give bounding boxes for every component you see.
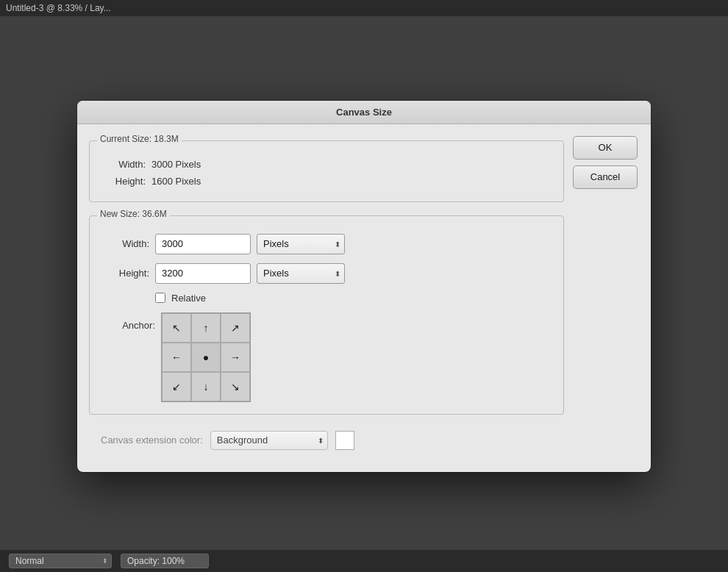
- current-width-row: Width: 3000 Pixels: [101, 159, 552, 170]
- relative-row: Relative: [155, 293, 552, 304]
- extension-color-select[interactable]: Background Foreground White Black Gray O…: [210, 431, 328, 450]
- height-unit-wrapper: Pixels Inches Centimeters Millimeters Po…: [257, 263, 345, 284]
- anchor-bottom-right[interactable]: ↘: [221, 372, 250, 401]
- anchor-top-center[interactable]: ↑: [191, 313, 221, 343]
- new-size-legend: New Size: 36.6M: [97, 209, 170, 219]
- new-width-row: Width: Pixels Inches Centimeters Millime…: [101, 234, 552, 254]
- current-width-value: 3000 Pixels: [151, 159, 201, 170]
- dialog-titlebar: Canvas Size: [77, 101, 651, 124]
- anchor-row: Anchor: ↖ ↑ ↗ ← ● → ↙: [107, 312, 552, 402]
- width-unit-wrapper: Pixels Inches Centimeters Millimeters Po…: [257, 234, 345, 254]
- current-height-label: Height:: [101, 176, 146, 187]
- new-size-section: New Size: 36.6M Width: Pixels Inches Cen…: [89, 215, 564, 415]
- new-height-label: Height:: [101, 268, 149, 279]
- dialog-overlay: Canvas Size Current Size: 18.3M Width: 3…: [0, 0, 728, 572]
- extension-color-swatch[interactable]: [335, 431, 354, 450]
- new-size-content: Width: Pixels Inches Centimeters Millime…: [101, 234, 552, 402]
- ok-label: OK: [599, 142, 613, 153]
- anchor-bottom-left[interactable]: ↙: [162, 372, 191, 401]
- anchor-label: Anchor:: [107, 312, 155, 331]
- anchor-center[interactable]: ●: [191, 343, 221, 372]
- anchor-top-right[interactable]: ↗: [221, 313, 250, 343]
- width-unit-select[interactable]: Pixels Inches Centimeters Millimeters Po…: [257, 234, 345, 254]
- dialog-title: Canvas Size: [336, 107, 392, 118]
- ok-button[interactable]: OK: [573, 136, 638, 160]
- current-width-label: Width:: [101, 159, 146, 170]
- anchor-bottom-center[interactable]: ↓: [191, 372, 221, 401]
- relative-checkbox[interactable]: [155, 293, 165, 303]
- anchor-top-left[interactable]: ↖: [162, 313, 191, 343]
- canvas-size-dialog: Canvas Size Current Size: 18.3M Width: 3…: [77, 101, 651, 472]
- dialog-body: Current Size: 18.3M Width: 3000 Pixels H…: [77, 124, 651, 472]
- new-width-label: Width:: [101, 238, 149, 249]
- anchor-middle-right[interactable]: →: [221, 343, 250, 372]
- height-input[interactable]: [155, 263, 251, 284]
- anchor-middle-left[interactable]: ←: [162, 343, 191, 372]
- height-unit-select[interactable]: Pixels Inches Centimeters Millimeters Po…: [257, 263, 345, 284]
- current-size-section: Current Size: 18.3M Width: 3000 Pixels H…: [89, 140, 564, 202]
- width-input[interactable]: [155, 234, 251, 254]
- current-size-content: Width: 3000 Pixels Height: 1600 Pixels: [101, 159, 552, 187]
- anchor-grid: ↖ ↑ ↗ ← ● → ↙ ↓ ↘: [161, 312, 251, 402]
- new-height-row: Height: Pixels Inches Centimeters Millim…: [101, 263, 552, 284]
- relative-label: Relative: [171, 293, 206, 304]
- current-size-legend: Current Size: 18.3M: [97, 134, 182, 144]
- current-height-row: Height: 1600 Pixels: [101, 176, 552, 187]
- cancel-button[interactable]: Cancel: [573, 165, 638, 189]
- extension-color-select-wrapper: Background Foreground White Black Gray O…: [210, 431, 328, 450]
- dialog-left-panel: Current Size: 18.3M Width: 3000 Pixels H…: [89, 136, 564, 460]
- current-height-value: 1600 Pixels: [151, 176, 201, 187]
- extension-color-label: Canvas extension color:: [101, 435, 203, 446]
- dialog-right-panel: OK Cancel: [573, 136, 639, 460]
- cancel-label: Cancel: [590, 171, 620, 182]
- dialog-footer: Canvas extension color: Background Foreg…: [89, 423, 564, 460]
